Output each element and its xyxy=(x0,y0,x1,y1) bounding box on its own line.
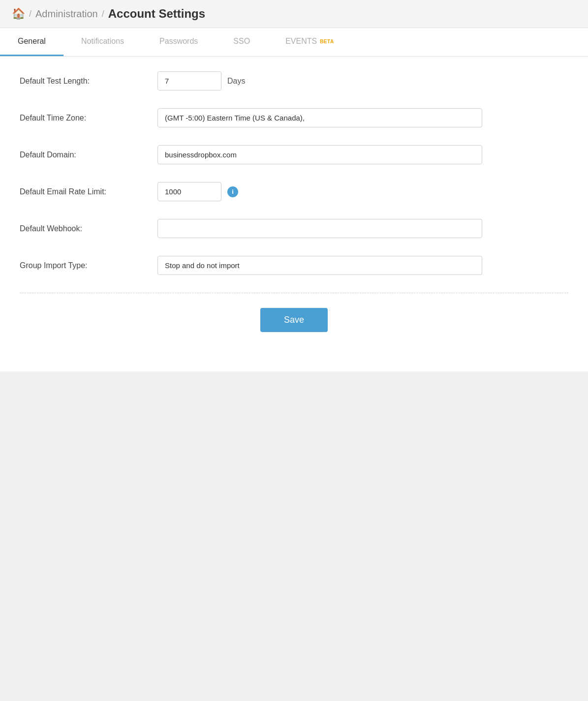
input-group-group-import-type xyxy=(157,256,568,275)
input-default-email-rate-limit[interactable] xyxy=(157,182,221,201)
input-default-domain[interactable] xyxy=(157,145,482,164)
info-icon[interactable]: i xyxy=(227,186,238,197)
home-icon[interactable]: 🏠 xyxy=(12,8,25,19)
input-default-test-length[interactable] xyxy=(157,71,221,91)
form-area: Default Test Length: Days Default Time Z… xyxy=(0,57,588,371)
form-row-time-zone: Default Time Zone: xyxy=(20,108,568,127)
label-default-email-rate-limit: Default Email Rate Limit: xyxy=(20,187,157,196)
label-default-test-length: Default Test Length: xyxy=(20,77,157,86)
input-group-test-length: Days xyxy=(157,71,568,91)
label-default-domain: Default Domain: xyxy=(20,151,157,159)
label-default-webhook: Default Webhook: xyxy=(20,224,157,233)
tab-events[interactable]: EVENTS BETA xyxy=(268,28,352,56)
input-group-domain xyxy=(157,145,568,164)
main-content: General Notifications Passwords SSO EVEN… xyxy=(0,28,588,371)
tab-notifications[interactable]: Notifications xyxy=(63,28,142,56)
breadcrumb-current: Account Settings xyxy=(108,7,205,21)
input-default-webhook[interactable] xyxy=(157,219,482,238)
input-group-time-zone xyxy=(157,108,568,127)
form-row-test-length: Default Test Length: Days xyxy=(20,71,568,91)
label-default-time-zone: Default Time Zone: xyxy=(20,114,157,122)
save-button[interactable]: Save xyxy=(260,308,328,332)
form-row-email-rate-limit: Default Email Rate Limit: i xyxy=(20,182,568,201)
tab-sso[interactable]: SSO xyxy=(216,28,268,56)
breadcrumb-separator-1: / xyxy=(29,9,31,19)
form-row-domain: Default Domain: xyxy=(20,145,568,164)
section-divider xyxy=(20,293,568,293)
form-row-group-import-type: Group Import Type: xyxy=(20,256,568,275)
form-row-webhook: Default Webhook: xyxy=(20,219,568,238)
breadcrumb-admin[interactable]: Administration xyxy=(35,8,98,20)
input-group-webhook xyxy=(157,219,568,238)
tab-general[interactable]: General xyxy=(0,28,63,56)
days-label: Days xyxy=(227,77,245,86)
input-group-import-type[interactable] xyxy=(157,256,482,275)
breadcrumb: 🏠 / Administration / Account Settings xyxy=(0,0,588,28)
beta-badge: BETA xyxy=(320,39,334,44)
tabs-bar: General Notifications Passwords SSO EVEN… xyxy=(0,28,588,57)
tab-passwords[interactable]: Passwords xyxy=(142,28,216,56)
input-group-email-rate-limit: i xyxy=(157,182,568,201)
breadcrumb-separator-2: / xyxy=(102,9,104,19)
save-button-row: Save xyxy=(20,308,568,352)
input-default-time-zone[interactable] xyxy=(157,108,482,127)
label-group-import-type: Group Import Type: xyxy=(20,261,157,270)
